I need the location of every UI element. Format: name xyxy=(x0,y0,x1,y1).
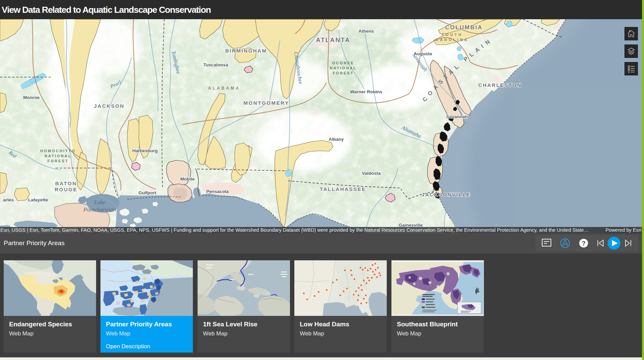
svg-text:NATIONAL: NATIONAL xyxy=(45,154,71,158)
svg-text:TALLAHASSEE: TALLAHASSEE xyxy=(320,186,366,192)
svg-text:ROUGE: ROUGE xyxy=(55,187,78,192)
svg-text:BATON: BATON xyxy=(55,181,77,186)
svg-text:Lafayette: Lafayette xyxy=(28,197,48,202)
svg-text:FOREST: FOREST xyxy=(48,159,69,163)
svg-text:Hattiesburg: Hattiesburg xyxy=(132,148,157,153)
svg-text:FOREST: FOREST xyxy=(333,71,354,75)
svg-text:arles: arles xyxy=(3,197,14,202)
svg-text:OCONEE: OCONEE xyxy=(332,61,354,65)
svg-text:ATLANTA: ATLANTA xyxy=(316,36,350,43)
svg-text:MONTGOMERY: MONTGOMERY xyxy=(243,100,289,106)
svg-text:Warner Robins: Warner Robins xyxy=(350,89,382,94)
svg-text:JACKSONVILLE: JACKSONVILLE xyxy=(421,192,471,197)
svg-text:ALABAMA: ALABAMA xyxy=(208,86,240,91)
svg-text:Gulfport: Gulfport xyxy=(138,190,156,195)
svg-text:Tuscaloosa: Tuscaloosa xyxy=(203,62,228,67)
svg-text:SOUTH: SOUTH xyxy=(441,33,463,37)
svg-text:CAROLINA: CAROLINA xyxy=(436,38,469,42)
svg-text:Savannah: Savannah xyxy=(446,114,468,119)
svg-text:Mobile: Mobile xyxy=(180,176,195,182)
svg-text:Monroe: Monroe xyxy=(23,95,40,100)
svg-text:Pensacola: Pensacola xyxy=(206,189,229,194)
svg-text:HOMOCHITTO: HOMOCHITTO xyxy=(40,149,76,153)
svg-text:Pontchartrain: Pontchartrain xyxy=(83,206,116,213)
svg-text:?: ? xyxy=(582,240,586,247)
svg-text:COLUMBIA: COLUMBIA xyxy=(445,24,483,31)
svg-text:Albany: Albany xyxy=(328,137,344,142)
svg-text:Lake: Lake xyxy=(94,199,106,205)
svg-text:Valdosta: Valdosta xyxy=(362,171,381,176)
svg-text:Athens: Athens xyxy=(358,29,374,34)
svg-text:JACKSON: JACKSON xyxy=(94,103,125,109)
svg-text:NATIONAL: NATIONAL xyxy=(330,66,357,70)
svg-text:BIRMINGHAM: BIRMINGHAM xyxy=(225,48,267,54)
svg-text:CHARLESTON: CHARLESTON xyxy=(478,82,522,88)
